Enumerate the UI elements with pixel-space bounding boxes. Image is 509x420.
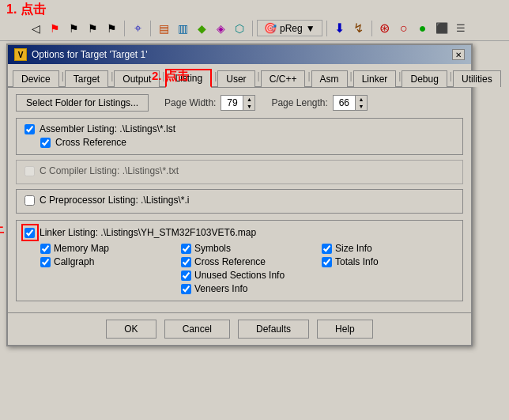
toolbar-btn-build1[interactable]: ▤ (155, 20, 172, 37)
toolbar-btn-build2[interactable]: ▥ (174, 20, 191, 37)
callgraph-label: Callgraph (54, 256, 94, 267)
cancel-button[interactable]: Cancel (164, 320, 230, 339)
unused-sections-label: Unused Sections Info (194, 270, 285, 281)
veneers-label: Veneers Info (194, 283, 247, 294)
tab-asm[interactable]: Asm (311, 70, 348, 87)
toolbar-btn-build3[interactable]: ◆ (193, 20, 210, 37)
page-length-spinner[interactable]: ▲ ▼ (333, 95, 368, 111)
toolbar: 1. 点击 ◁ ⚑ ⚑ ⚑ ⚑ ⌖ ▤ ▥ ◆ ◈ ⬡ 🎯 pReg ▼ ⬇ ↯… (0, 0, 509, 41)
linker-listing-checkbox[interactable] (25, 228, 35, 238)
select-folder-button[interactable]: Select Folder for Listings... (16, 94, 149, 112)
totals-info-label: Totals Info (335, 256, 379, 267)
linker-section: Linker Listing: .\Listings\YH_STM32F103V… (16, 220, 463, 301)
totals-info-row: Totals Info (322, 256, 454, 267)
callgraph-checkbox[interactable] (40, 257, 51, 267)
toolbar-btn-x4[interactable]: ⬛ (433, 20, 451, 37)
linker-listing-row: Linker Listing: .\Listings\YH_STM32F103V… (25, 227, 454, 238)
toolbar-btn-x2[interactable]: ○ (395, 20, 413, 37)
toolbar-separator-4 (326, 21, 327, 36)
toolbar-btn-build4[interactable]: ◈ (212, 20, 229, 37)
memory-map-checkbox[interactable] (40, 244, 51, 254)
c-compiler-section: C Compiler Listing: .\Listings\*.txt (16, 160, 463, 184)
c-compiler-label: C Compiler Listing: .\Listings\*.txt (40, 165, 179, 176)
page-length-down[interactable]: ▼ (356, 103, 367, 110)
c-preprocessor-row: C Preprocessor Listing: .\Listings\*.i (25, 195, 454, 206)
toolbar-btn-x3[interactable]: ● (414, 20, 432, 37)
page-width-down[interactable]: ▼ (243, 103, 254, 110)
tab-device[interactable]: Device (13, 70, 59, 87)
page-width-label: Page Width: (164, 97, 216, 108)
tab-utilities[interactable]: Utilities (453, 70, 501, 87)
memory-map-label: Memory Map (54, 243, 109, 254)
veneers-row: Veneers Info (181, 283, 314, 294)
close-button[interactable]: ✕ (452, 49, 465, 60)
cross-ref2-row: Cross Reference (181, 256, 314, 267)
toolbar-separator-5 (371, 21, 372, 36)
page-width-arrows: ▲ ▼ (243, 96, 254, 110)
c-compiler-checkbox[interactable] (25, 166, 35, 176)
toolbar-btn-x1[interactable]: ⊛ (376, 20, 394, 37)
page-length-arrows: ▲ ▼ (356, 96, 367, 110)
dialog-content: Select Folder for Listings... Page Width… (8, 88, 471, 312)
toolbar-separator-3 (252, 21, 253, 36)
annotation-2: 2. 点击 (152, 69, 189, 84)
symbols-checkbox[interactable] (181, 244, 191, 254)
tab-user[interactable]: User (217, 70, 254, 87)
assembler-sub-options: Cross Reference (25, 137, 454, 148)
options-dialog: V Options for Target 'Target 1' ✕ Device… (6, 44, 473, 346)
tab-target[interactable]: Target (65, 70, 108, 87)
cross-reference-checkbox[interactable] (40, 138, 51, 148)
toolbar-btn-dl2[interactable]: ↯ (350, 20, 368, 37)
page-length-value[interactable] (334, 96, 356, 110)
preg-label: pReg (280, 23, 303, 34)
assembler-listing-label: Assembler Listing: .\Listings\*.lst (40, 123, 175, 134)
dialog-footer: OK Cancel Defaults Help (8, 312, 471, 345)
toolbar-btn-2[interactable]: ⚑ (46, 20, 63, 37)
folder-row: Select Folder for Listings... Page Width… (16, 94, 463, 112)
page-length-label: Page Length: (271, 97, 327, 108)
page-width-spinner[interactable]: ▲ ▼ (221, 95, 255, 111)
tab-cpp[interactable]: C/C++ (261, 70, 306, 87)
size-info-checkbox[interactable] (322, 244, 332, 254)
preg-dropdown: ▼ (306, 23, 315, 34)
assembler-listing-row: Assembler Listing: .\Listings\*.lst (25, 123, 454, 134)
tab-bar: Device | Target | Output | Listing | Use… (8, 64, 471, 88)
dialog-icon: V (14, 48, 27, 61)
callgraph-row: Callgraph (40, 256, 173, 267)
annotation-1: 1. 点击 (6, 2, 46, 18)
page-width-setting: Page Width: ▲ ▼ (164, 95, 255, 111)
ok-button[interactable]: OK (106, 320, 156, 339)
c-compiler-row: C Compiler Listing: .\Listings\*.txt (25, 165, 454, 176)
dialog-title-text: Options for Target 'Target 1' (32, 49, 147, 60)
toolbar-btn-1[interactable]: ◁ (27, 20, 44, 37)
c-preprocessor-label: C Preprocessor Listing: .\Listings\*.i (40, 195, 189, 206)
toolbar-separator-2 (150, 21, 151, 36)
toolbar-btn-dl1[interactable]: ⬇ (331, 20, 349, 37)
toolbar-btn-4[interactable]: ⚑ (84, 20, 101, 37)
page-length-up[interactable]: ▲ (356, 96, 367, 103)
cross-reference-row: Cross Reference (40, 137, 454, 148)
toolbar-btn-cursor[interactable]: ⌖ (129, 20, 146, 37)
defaults-button[interactable]: Defaults (238, 320, 309, 339)
assembler-section: Assembler Listing: .\Listings\*.lst Cros… (16, 118, 463, 155)
toolbar-btn-build5[interactable]: ⬡ (231, 20, 248, 37)
assembler-listing-checkbox[interactable] (25, 124, 35, 134)
c-preprocessor-checkbox[interactable] (25, 195, 35, 206)
tab-linker[interactable]: Linker (353, 70, 397, 87)
page-width-value[interactable] (221, 96, 243, 110)
tab-debug[interactable]: Debug (402, 70, 447, 87)
veneers-checkbox[interactable] (181, 284, 191, 294)
toolbar-btn-x5[interactable]: ☰ (452, 20, 469, 37)
page-width-up[interactable]: ▲ (243, 96, 254, 103)
size-info-row: Size Info (322, 243, 454, 254)
symbols-label: Symbols (194, 243, 231, 254)
memory-map-row: Memory Map (40, 243, 173, 254)
preg-button[interactable]: 🎯 pReg ▼ (257, 20, 322, 36)
toolbar-btn-3[interactable]: ⚑ (65, 20, 82, 37)
unused-sections-checkbox[interactable] (181, 271, 191, 281)
totals-info-checkbox[interactable] (322, 257, 332, 267)
toolbar-btn-5[interactable]: ⚑ (103, 20, 120, 37)
help-button[interactable]: Help (317, 320, 373, 339)
dialog-titlebar: V Options for Target 'Target 1' ✕ (8, 45, 471, 64)
cross-ref2-checkbox[interactable] (181, 257, 191, 267)
